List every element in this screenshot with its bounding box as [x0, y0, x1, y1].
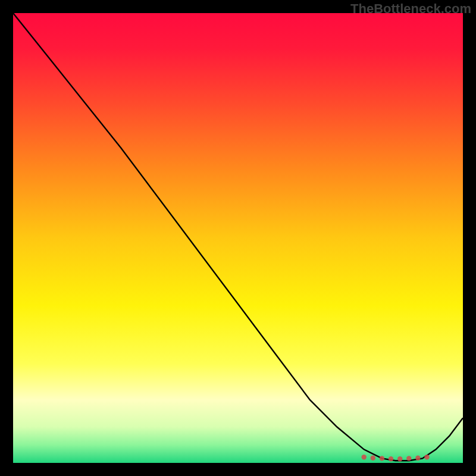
- watermark-text: TheBottleneck.com: [350, 1, 471, 17]
- svg-rect-0: [13, 13, 463, 463]
- plot-background: [13, 13, 463, 463]
- chart-container: TheBottleneck.com: [0, 0, 476, 476]
